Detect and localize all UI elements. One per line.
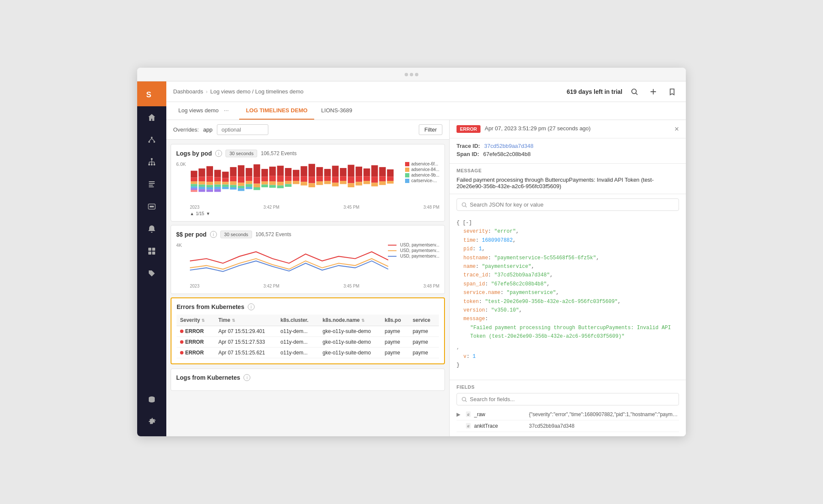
svg-line-138 bbox=[465, 206, 466, 207]
cost-per-pod-info-icon[interactable]: i bbox=[210, 231, 217, 238]
browser-top-bar bbox=[137, 68, 686, 81]
detail-header-time: Apr 07, 2023 3:51:29 pm (27 seconds ago) bbox=[485, 125, 591, 132]
field-name: ankitTrace bbox=[474, 423, 526, 429]
sidebar-item-data[interactable] bbox=[142, 390, 161, 409]
svg-rect-9 bbox=[151, 164, 153, 165]
svg-rect-18 bbox=[149, 185, 153, 186]
svg-rect-113 bbox=[332, 166, 339, 177]
field-type-a: a bbox=[466, 411, 471, 417]
svg-rect-81 bbox=[253, 187, 260, 190]
svg-rect-69 bbox=[238, 177, 244, 183]
svg-point-4 bbox=[153, 141, 155, 143]
app-input[interactable] bbox=[217, 124, 268, 135]
svg-rect-106 bbox=[309, 183, 315, 187]
svg-point-29 bbox=[632, 89, 637, 93]
svg-rect-38 bbox=[191, 188, 197, 190]
tab-log-timelines-demo[interactable]: LOG TIMELINES DEMO bbox=[239, 102, 315, 120]
svg-point-26 bbox=[150, 272, 151, 273]
search-icon bbox=[461, 202, 467, 208]
trace-id-value: 37cd52bb9aa7d348 bbox=[484, 143, 534, 149]
table-row[interactable]: ERROR Apr 07 15:51:25.621 o11y-dem... gk… bbox=[177, 348, 439, 358]
field-expand-icon[interactable]: ▶ bbox=[457, 411, 463, 417]
svg-rect-87 bbox=[269, 176, 276, 181]
json-search-input[interactable] bbox=[470, 201, 674, 208]
error-badge: ERROR bbox=[457, 125, 481, 133]
svg-rect-61 bbox=[222, 185, 228, 187]
field-name: _raw bbox=[474, 411, 526, 417]
add-button[interactable] bbox=[646, 85, 660, 99]
tab-lions-3689[interactable]: LIONS-3689 bbox=[314, 102, 359, 120]
svg-rect-108 bbox=[316, 176, 323, 181]
logs-kubernetes-header: Logs from Kubernetes i bbox=[176, 374, 439, 381]
svg-rect-79 bbox=[253, 177, 260, 183]
fields-search-input[interactable] bbox=[470, 396, 674, 402]
svg-rect-50 bbox=[207, 187, 213, 189]
trace-id-row: Trace ID: 37cd52bb9aa7d348 bbox=[457, 143, 679, 149]
svg-rect-76 bbox=[246, 184, 252, 187]
cost-per-pod-legend: USD, paymentserv... USD, paymentserv... … bbox=[388, 243, 439, 259]
svg-rect-47 bbox=[207, 176, 213, 182]
svg-rect-33 bbox=[191, 171, 197, 177]
svg-rect-59 bbox=[222, 178, 228, 182]
errors-kubernetes-panel: Errors from Kubernetes i Severity ⇅ Time… bbox=[171, 297, 445, 364]
svg-rect-92 bbox=[277, 182, 283, 186]
svg-rect-115 bbox=[332, 183, 339, 186]
sidebar-item-alerts[interactable] bbox=[142, 219, 161, 238]
svg-rect-41 bbox=[198, 177, 205, 181]
sidebar-item-dashboard[interactable] bbox=[142, 242, 161, 261]
fields-section-label: FIELDS bbox=[457, 384, 679, 390]
svg-rect-39 bbox=[191, 190, 197, 192]
detail-panel: ERROR Apr 07, 2023 3:51:29 pm (27 second… bbox=[449, 120, 686, 436]
svg-rect-111 bbox=[324, 176, 330, 181]
logs-by-pod-y-label: 6.0K bbox=[176, 162, 186, 167]
nav-tabs: Log views demo ··· LOG TIMELINES DEMO LI… bbox=[166, 102, 686, 120]
cost-per-pod-badge: 30 seconds bbox=[220, 231, 252, 238]
svg-rect-55 bbox=[214, 185, 221, 187]
top-bar-right: 619 days left in trial bbox=[567, 85, 679, 99]
svg-line-30 bbox=[636, 93, 637, 95]
svg-rect-8 bbox=[148, 164, 150, 165]
svg-rect-40 bbox=[198, 168, 205, 177]
svg-rect-16 bbox=[149, 181, 155, 182]
sidebar-item-hierarchy[interactable] bbox=[142, 153, 161, 171]
svg-line-6 bbox=[152, 138, 154, 141]
sidebar-item-home[interactable] bbox=[142, 108, 161, 127]
svg-rect-127 bbox=[363, 181, 370, 184]
svg-rect-130 bbox=[371, 183, 378, 186]
table-row[interactable]: ERROR Apr 07 15:51:27.533 o11y-dem... gk… bbox=[177, 337, 439, 348]
sidebar-item-settings[interactable] bbox=[142, 411, 161, 429]
svg-rect-80 bbox=[253, 183, 260, 187]
svg-rect-43 bbox=[198, 185, 205, 187]
filter-button[interactable]: Filter bbox=[419, 124, 442, 135]
cost-per-pod-events: 106,572 Events bbox=[255, 231, 291, 237]
sidebar-item-tags[interactable] bbox=[142, 264, 161, 283]
svg-rect-90 bbox=[277, 166, 283, 176]
svg-rect-78 bbox=[253, 164, 260, 177]
bookmark-button[interactable] bbox=[665, 85, 679, 99]
splunk-logo: S bbox=[137, 81, 166, 106]
close-button[interactable]: × bbox=[674, 125, 679, 133]
svg-point-137 bbox=[462, 203, 466, 206]
svg-rect-7 bbox=[151, 158, 153, 160]
errors-kubernetes-info-icon[interactable]: i bbox=[248, 303, 255, 310]
sidebar-item-network[interactable] bbox=[142, 130, 161, 149]
message-section-label: MESSAGE bbox=[450, 164, 686, 175]
table-row[interactable]: ERROR Apr 07 15:51:29.401 o11y-dem... gk… bbox=[177, 326, 439, 337]
svg-rect-121 bbox=[348, 183, 354, 187]
svg-rect-125 bbox=[363, 168, 370, 176]
logs-by-pod-info-icon[interactable]: i bbox=[215, 150, 222, 157]
overrides-bar: Overrides: app Filter bbox=[166, 120, 449, 140]
field-type-a: a bbox=[466, 423, 471, 429]
sidebar-item-logs[interactable] bbox=[142, 175, 161, 194]
field-row-ankittrace: a ankitTrace 37cd52bb9aa7d348 bbox=[457, 420, 679, 432]
svg-rect-124 bbox=[356, 182, 362, 186]
svg-rect-44 bbox=[198, 187, 205, 189]
tab-log-views-demo[interactable]: Log views demo ··· bbox=[171, 102, 239, 120]
svg-rect-118 bbox=[340, 181, 346, 184]
logs-kubernetes-info-icon[interactable]: i bbox=[243, 374, 250, 381]
span-id-value: 67efe58c2c08b4b8 bbox=[483, 151, 531, 157]
search-button[interactable] bbox=[628, 85, 641, 99]
svg-rect-103 bbox=[300, 182, 307, 186]
svg-rect-116 bbox=[340, 168, 346, 176]
sidebar-item-apm[interactable] bbox=[142, 197, 161, 216]
